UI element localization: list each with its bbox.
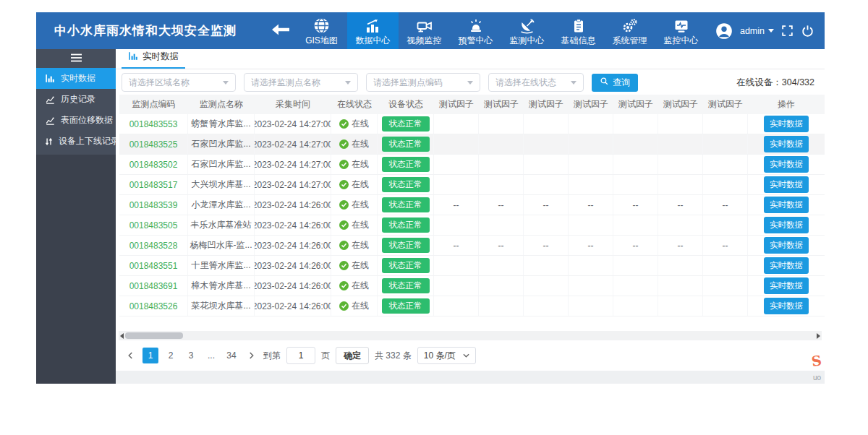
filter-select-station[interactable]: 请选择监测点名称 [244,73,358,92]
scroll-right-arrow-icon[interactable] [817,333,820,339]
fullscreen-button[interactable] [780,24,794,38]
nav-item-gis[interactable]: GIS地图 [296,12,347,49]
column-header: 测试因子 [613,95,658,114]
page-number-2[interactable]: 2 [163,348,179,363]
menu-collapse-button[interactable] [36,49,116,68]
nav-item-base-info[interactable]: 基础信息 [553,12,604,49]
test-factor-cell [479,114,524,134]
user-menu[interactable]: admin [740,26,774,36]
test-factor-cell [613,175,658,194]
sidebar-item-label: 表面位移数据 [61,114,113,126]
test-factor-cell: -- [658,195,703,215]
sidebar-item-displacement[interactable]: 表面位移数据 [36,110,116,131]
test-factor-cell [524,114,569,134]
realtime-data-button[interactable]: 实时数据 [764,136,809,152]
horizontal-scrollbar[interactable] [119,331,822,340]
device-status-cell: 状态正常 [378,155,434,174]
status-badge: 状态正常 [382,258,430,273]
watermark-logo: S [811,352,823,369]
nav-item-system[interactable]: 系统管理 [604,12,655,49]
test-factor-cell [613,215,658,235]
sidebar-item-realtime[interactable]: 实时数据 [36,68,116,89]
test-factor-cell: -- [434,236,479,255]
status-badge: 状态正常 [382,238,430,253]
test-factor-cell [703,215,748,235]
test-factor-cell [524,155,569,174]
test-factor-cell: -- [703,236,748,255]
test-factor-cell: -- [524,236,569,255]
online-status-cell: 在线 [331,215,378,235]
check-circle-icon [339,281,349,290]
realtime-data-button[interactable]: 实时数据 [764,237,809,254]
nav-item-label: 预警中心 [459,35,493,47]
nav-item-control[interactable]: 监控中心 [655,12,707,49]
realtime-data-button[interactable]: 实时数据 [764,298,809,314]
device-status-cell: 状态正常 [378,195,434,215]
sidebar-item-device-log[interactable]: 设备上下线记录 [36,131,116,152]
station-name-cell: 杨梅凹水库-监... [188,236,255,255]
test-factor-cell [479,175,524,194]
scrollbar-thumb[interactable] [125,332,183,339]
column-header: 在线状态 [331,95,378,114]
nav-item-monitoring[interactable]: 监测中心 [501,12,553,49]
bar-chart-icon [128,51,138,63]
scroll-left-arrow-icon[interactable] [120,333,124,339]
realtime-data-button[interactable]: 实时数据 [764,257,809,274]
filter-select-status[interactable]: 请选择在线状态 [488,73,584,92]
chevron-down-icon [768,29,774,33]
column-header: 采集时间 [255,95,331,114]
device-status-cell: 状态正常 [378,134,434,154]
realtime-data-button[interactable]: 实时数据 [764,156,809,173]
chevron-down-icon [463,353,469,358]
station-code-cell: 0018483551 [119,256,188,275]
station-code-cell: 0018483691 [119,276,188,296]
status-badge: 状态正常 [382,116,430,132]
page-number-3[interactable]: 3 [183,348,199,363]
test-factor-cell [434,155,479,174]
online-devices-label: 在线设备： [736,77,782,87]
page-title: 中小水库雨水情和大坝安全监测 [54,22,237,39]
collect-time-cell: 2023-02-24 14:26:00 [255,276,331,296]
check-circle-icon [339,160,349,169]
goto-page-input[interactable] [286,347,315,364]
nav-item-data-center[interactable]: 数据中心 [347,12,399,49]
search-button[interactable]: 查询 [592,74,638,92]
device-status-cell: 状态正常 [378,114,434,134]
collect-time-cell: 2023-02-24 14:27:00 [255,114,331,134]
realtime-data-button[interactable]: 实时数据 [764,197,809,213]
confirm-button[interactable]: 确定 [336,347,369,364]
filter-select-code[interactable]: 请选择监测点编码 [366,73,480,92]
realtime-data-button[interactable]: 实时数据 [764,217,809,233]
test-factor-cell [569,134,613,154]
test-factor-cell [479,256,524,275]
page-size-select[interactable]: 10 条/页 [417,347,476,364]
online-status-cell: 在线 [331,236,378,255]
power-button[interactable] [801,24,814,38]
realtime-data-button[interactable]: 实时数据 [764,277,809,294]
page-number-34[interactable]: 34 [224,348,239,363]
footer-corner-text: uo [813,374,821,382]
tab-realtime-data[interactable]: 实时数据 [122,51,185,69]
data-center-icon [365,15,382,35]
back-button[interactable] [271,23,290,39]
nav-item-video[interactable]: 视频监控 [399,12,450,49]
page-number-1[interactable]: 1 [142,348,158,363]
status-badge: 状态正常 [382,137,430,152]
realtime-data-button[interactable]: 实时数据 [764,176,809,193]
sidebar-menu: 实时数据历史记录表面位移数据设备上下线记录 [36,49,116,155]
tab-bar: 实时数据 [116,49,825,69]
nav-item-warning[interactable]: 预警中心 [450,12,501,49]
online-status-label: 在线 [352,118,369,130]
test-factor-cell [479,134,524,154]
realtime-data-button[interactable]: 实时数据 [764,116,809,132]
online-devices-value: 304/332 [782,77,814,87]
next-page-button[interactable] [245,351,258,360]
sidebar-item-history[interactable]: 历史记录 [36,89,116,110]
filter-select-region[interactable]: 请选择区域名称 [122,73,236,92]
test-factor-cell [703,114,748,134]
bar-chart-icon [44,74,56,83]
table-header-row: 监测点编码监测点名称采集时间在线状态设备状态测试因子测试因子测试因子测试因子测试… [119,95,825,114]
user-avatar-icon[interactable] [715,22,733,40]
test-factor-cell [703,256,748,275]
prev-page-button[interactable] [124,351,137,360]
